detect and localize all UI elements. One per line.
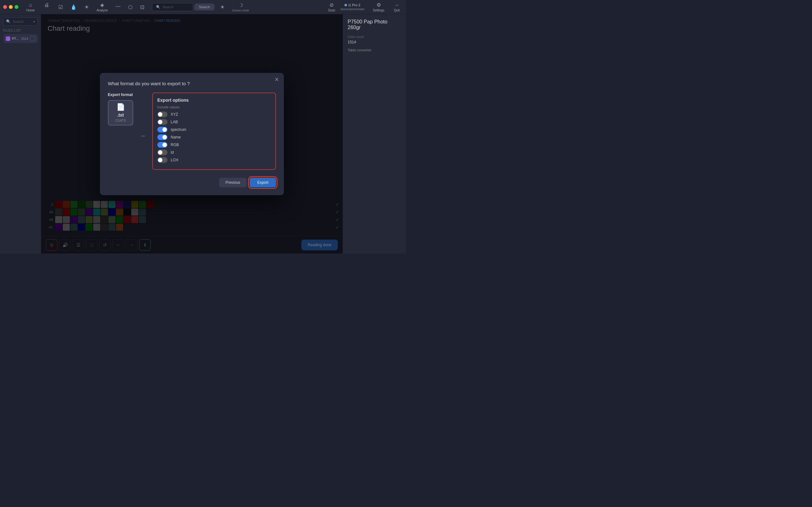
files-list-label: FILES LIST: [3, 29, 38, 32]
file-name: P7500 Pap Photo...: [12, 37, 19, 41]
scan-item[interactable]: ⊘ Scan: [328, 2, 335, 12]
file-icon: 📄: [116, 103, 125, 111]
toggle-rgb[interactable]: [157, 142, 167, 148]
nav-analyse[interactable]: ◈ Analyse: [93, 1, 111, 13]
format-card-txt[interactable]: 📄 .txt CGATS: [108, 100, 133, 125]
nav-layers[interactable]: ⬡: [125, 3, 136, 11]
option-lch: LCH: [157, 157, 271, 163]
sidebar: 🔍 Search ▾ FILES LIST P7500 Pap Photo...…: [0, 14, 41, 253]
color-count-value: 1514: [348, 40, 401, 44]
option-rgb: RGB: [157, 142, 271, 148]
toggle-name[interactable]: [157, 134, 167, 140]
option-label-spectrum: spectrum: [171, 127, 186, 132]
option-xyz: XYZ: [157, 112, 271, 117]
nav-settings[interactable]: ⚙ Settings: [370, 1, 388, 13]
content-area: CHARACTERIZATION / REFERENCE CHOICE / CH…: [41, 14, 343, 253]
toggle-xyz-thumb: [158, 112, 162, 117]
export-format-section: Export format 📄 .txt CGATS: [108, 93, 133, 125]
export-options-section: Export options Include values XYZ: [152, 93, 276, 170]
option-label-xyz: XYZ: [171, 112, 178, 117]
export-options-title: Export options: [157, 98, 271, 103]
include-values-label: Include values: [157, 105, 271, 109]
option-label-name: Name: [171, 135, 181, 139]
modal-body: Export format 📄 .txt CGATS → Export opti…: [108, 93, 276, 170]
toggle-spectrum[interactable]: [157, 127, 167, 132]
search-button[interactable]: Search: [194, 3, 214, 10]
nav-check[interactable]: ☑: [55, 3, 66, 11]
format-ext: .txt: [117, 112, 124, 118]
toggle-name-thumb: [162, 135, 167, 139]
settings-icon: ⚙: [376, 2, 381, 8]
table-converter-link[interactable]: Table converter: [348, 48, 401, 52]
previous-button[interactable]: Previous: [219, 178, 247, 187]
nav-drop[interactable]: 💧: [67, 3, 80, 11]
toggle-rgb-thumb: [162, 143, 167, 147]
nav-screen-mode[interactable]: ☀: [217, 3, 228, 11]
modal-footer: Previous Export: [108, 178, 276, 187]
drop-icon: 💧: [70, 4, 77, 10]
export-button[interactable]: Export: [250, 178, 276, 187]
sun-icon: ☀: [84, 4, 89, 10]
nav-night-mode[interactable]: ☽ Screen mode: [229, 1, 252, 13]
nav-right: ⊘ Scan i1 Pro 2 Spectrophotometer ⚙ Sett…: [328, 1, 403, 13]
search-icon: 🔍: [156, 5, 160, 9]
minimize-button[interactable]: [9, 5, 13, 9]
toggle-lab-thumb: [158, 120, 162, 124]
toggle-lch[interactable]: [157, 157, 167, 163]
nav-sun[interactable]: ☀: [81, 3, 92, 11]
right-panel: P7500 Pap Photo 260gr Color count 1514 T…: [343, 14, 406, 253]
file-type-icon: [6, 37, 10, 41]
option-spectrum: spectrum: [157, 127, 271, 132]
home-icon: ⌂: [29, 2, 32, 8]
toggle-id[interactable]: [157, 150, 167, 155]
toggle-lab[interactable]: [157, 119, 167, 125]
nav-image[interactable]: ⊡: [137, 3, 148, 11]
modal-title: What format do you want to export to ?: [108, 81, 276, 86]
search-placeholder: Search: [162, 5, 173, 9]
modal-overlay: What format do you want to export to ? ✕…: [41, 14, 343, 253]
option-label-id: Id: [171, 150, 174, 155]
toggle-id-thumb: [158, 150, 162, 155]
sidebar-search-icon: 🔍: [6, 19, 11, 24]
modal-close-button[interactable]: ✕: [274, 77, 279, 82]
search-input-container[interactable]: 🔍 Search: [152, 3, 193, 11]
file-action-button[interactable]: [30, 36, 35, 41]
image-icon: ⊡: [140, 4, 144, 10]
right-panel-title: P7500 Pap Photo 260gr: [348, 19, 401, 31]
arrow-separator: →: [140, 132, 146, 139]
option-name: Name: [157, 134, 271, 140]
format-sub: CGATS: [115, 119, 126, 122]
nav-wave[interactable]: 〰: [112, 3, 124, 11]
sidebar-search-chevron: ▾: [33, 20, 35, 23]
toggle-spectrum-thumb: [162, 127, 167, 132]
quit-icon: →: [394, 2, 399, 8]
toggle-xyz[interactable]: [157, 112, 167, 117]
scan-icon: ⊘: [329, 2, 334, 8]
file-item[interactable]: P7500 Pap Photo... 1514: [3, 34, 38, 43]
export-format-label: Export format: [108, 93, 133, 97]
nav-quit[interactable]: → Quit: [391, 1, 403, 13]
color-count-label: Color count: [348, 35, 401, 39]
export-modal: What format do you want to export to ? ✕…: [100, 73, 284, 195]
nav-create[interactable]: 🖨 Home: [39, 1, 54, 13]
traffic-lights: [3, 5, 18, 9]
option-id: Id: [157, 150, 271, 155]
file-count: 1514: [21, 37, 28, 41]
layers-icon: ⬡: [128, 4, 133, 10]
create-icon: 🖨: [44, 2, 49, 8]
nav-home[interactable]: ⌂ Home: [23, 1, 38, 13]
close-button[interactable]: [3, 5, 7, 9]
analyse-icon: ◈: [100, 2, 104, 8]
check-icon: ☑: [58, 4, 63, 10]
sun2-icon: ☀: [220, 4, 224, 10]
spectrophotometer-item[interactable]: i1 Pro 2 Spectrophotometer: [339, 3, 367, 11]
sidebar-search[interactable]: 🔍 Search ▾: [3, 17, 38, 26]
titlebar: ⌂ Home 🖨 Home ☑ 💧 ☀ ◈ Analyse 〰 ⬡ ⊡: [0, 0, 406, 14]
option-label-rgb: RGB: [171, 143, 179, 147]
maximize-button[interactable]: [14, 5, 18, 9]
nav-items: ⌂ Home 🖨 Home ☑ 💧 ☀ ◈ Analyse 〰 ⬡ ⊡: [23, 1, 328, 13]
main-layout: 🔍 Search ▾ FILES LIST P7500 Pap Photo...…: [0, 14, 406, 253]
moon-icon: ☽: [239, 2, 243, 8]
option-label-lch: LCH: [171, 158, 178, 162]
toggle-lch-thumb: [158, 158, 162, 162]
